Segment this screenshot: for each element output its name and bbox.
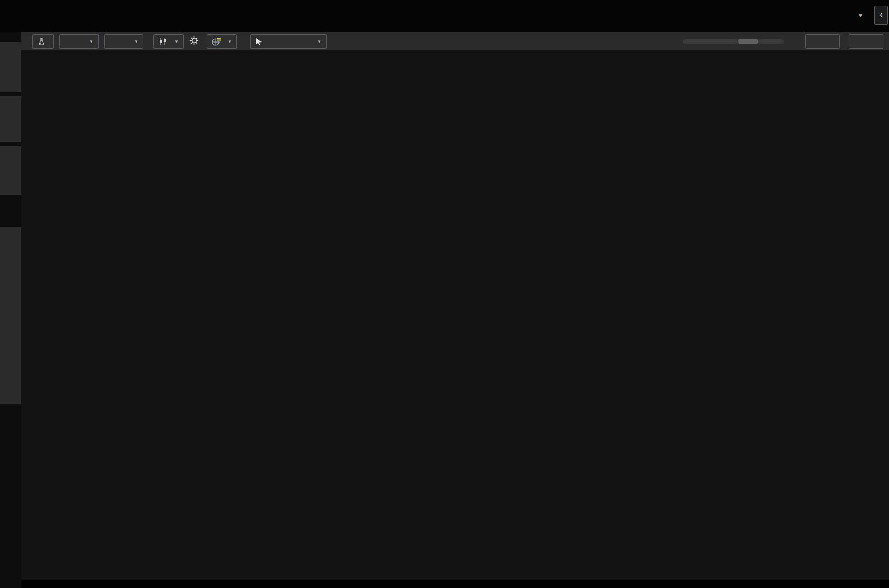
chevron-down-icon: ▼ [317, 39, 322, 44]
drawing-tool-dropdown[interactable]: ▼ [250, 34, 327, 49]
candlestick-icon [159, 38, 167, 45]
sidebar-tab-trade[interactable] [0, 96, 21, 142]
zoom-slider[interactable] [683, 39, 784, 44]
zoom-slider-thumb[interactable] [738, 39, 758, 44]
chart-settings-gear-icon[interactable] [189, 36, 199, 47]
left-sidebar [0, 32, 21, 588]
studies-flask-icon [38, 38, 45, 45]
indicators-button[interactable] [32, 34, 54, 49]
chevron-down-icon: ▼ [227, 39, 232, 44]
sidebar-tab-activity[interactable] [0, 146, 21, 195]
chart-type-dropdown[interactable]: ▼ [153, 34, 184, 49]
quote-header: ▼ ‹ [0, 0, 889, 32]
chevron-down-icon: ▼ [134, 39, 138, 44]
sidebar-icon-strip [0, 227, 21, 404]
trading-platform: { "header": { "symbol": "/CLJ5", "fields… [0, 0, 889, 588]
chart-toolbar: ▼ ▼ ▼ ▼ ▼ [21, 32, 889, 50]
grid-layout-icon [212, 38, 221, 46]
chevron-down-icon: ▼ [89, 39, 94, 44]
cursor-icon [255, 38, 262, 45]
price-chart[interactable] [21, 50, 889, 580]
range-dropdown[interactable]: ▼ [104, 34, 143, 49]
load-button[interactable] [849, 34, 883, 49]
chevron-down-icon: ▼ [858, 12, 863, 18]
collapse-panel-button[interactable]: ‹ [874, 6, 888, 25]
accounts-menu[interactable]: ▼ [854, 10, 863, 19]
sidebar-tab-positions[interactable] [0, 42, 21, 92]
save-button[interactable] [805, 34, 840, 49]
chevron-down-icon: ▼ [174, 39, 179, 44]
grid-layout-dropdown[interactable]: ▼ [207, 34, 237, 49]
timeframe-dropdown[interactable]: ▼ [59, 34, 99, 49]
